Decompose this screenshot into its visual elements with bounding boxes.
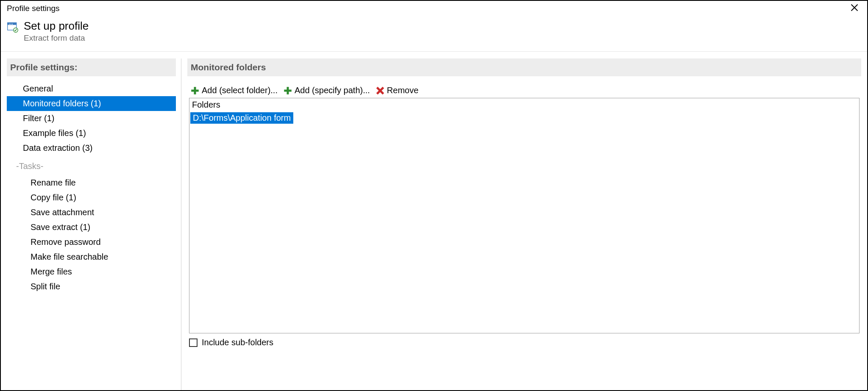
add-select-folder-button[interactable]: Add (select folder)...	[189, 85, 279, 96]
sidebar-item-example-files[interactable]: Example files (1)	[7, 126, 176, 141]
task-make-file-searchable[interactable]: Make file searchable	[7, 250, 176, 264]
page-title: Set up profile	[24, 19, 89, 33]
sidebar-group-tasks: -Tasks-	[7, 155, 176, 175]
sidebar-item-data-extraction[interactable]: Data extraction (3)	[7, 141, 176, 155]
task-save-extract[interactable]: Save extract (1)	[7, 220, 176, 235]
task-merge-files[interactable]: Merge files	[7, 264, 176, 279]
toolbar: Add (select folder)... Add (specify path…	[189, 84, 861, 98]
remove-label: Remove	[387, 86, 418, 95]
folder-row[interactable]: D:\Forms\Application form	[190, 112, 293, 124]
main-panel: Monitored folders Add (select folder)...…	[181, 58, 861, 390]
task-copy-file[interactable]: Copy file (1)	[7, 190, 176, 205]
profile-settings-window: Profile settings Set up profile Extract …	[0, 0, 868, 391]
sidebar-item-filter[interactable]: Filter (1)	[7, 111, 176, 126]
include-subfolders-label: Include sub-folders	[202, 338, 273, 347]
svg-rect-2	[9, 24, 10, 25]
task-rename-file[interactable]: Rename file	[7, 175, 176, 190]
add-select-folder-label: Add (select folder)...	[202, 86, 278, 95]
window-title: Profile settings	[7, 4, 60, 13]
svg-rect-4	[12, 24, 13, 25]
task-remove-password[interactable]: Remove password	[7, 235, 176, 250]
dialog-header: Set up profile Extract form data	[1, 18, 867, 52]
x-icon	[376, 86, 384, 95]
include-subfolders-checkbox[interactable]: Include sub-folders	[189, 338, 861, 347]
task-split-file[interactable]: Split file	[7, 279, 176, 294]
plus-icon	[191, 86, 199, 95]
remove-button[interactable]: Remove	[374, 85, 420, 96]
main-panel-title: Monitored folders	[187, 58, 861, 76]
add-specify-path-label: Add (specify path)...	[295, 86, 370, 95]
dialog-body: Profile settings: General Monitored fold…	[1, 52, 867, 390]
profile-icon	[7, 21, 19, 33]
folders-column-header[interactable]: Folders	[189, 98, 859, 111]
titlebar: Profile settings	[1, 1, 867, 18]
plus-icon	[284, 86, 292, 95]
folders-listbox[interactable]: Folders D:\Forms\Application form	[189, 98, 860, 333]
sidebar-title: Profile settings:	[7, 58, 176, 76]
task-save-attachment[interactable]: Save attachment	[7, 205, 176, 220]
sidebar-item-general[interactable]: General	[7, 81, 176, 96]
svg-rect-3	[11, 24, 11, 25]
add-specify-path-button[interactable]: Add (specify path)...	[282, 85, 372, 96]
sidebar-item-monitored-folders[interactable]: Monitored folders (1)	[7, 96, 176, 111]
checkbox-box[interactable]	[189, 338, 198, 347]
header-text-block: Set up profile Extract form data	[24, 19, 89, 43]
sidebar: Profile settings: General Monitored fold…	[7, 58, 181, 390]
close-icon[interactable]	[848, 3, 861, 14]
page-subtitle: Extract form data	[24, 33, 89, 43]
